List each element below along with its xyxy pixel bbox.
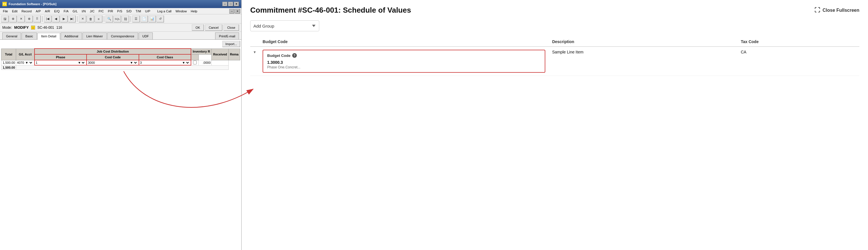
toolbar-nav-last[interactable]: ▶| [68, 15, 75, 23]
window-close-button[interactable]: ✕ [234, 2, 239, 6]
menu-log-call[interactable]: Log a Call [156, 9, 174, 13]
menu-pr[interactable]: P/R [106, 9, 115, 13]
mode-bar: Mode: MODIFY 🔒 SC-46-001 116 OK Cancel C… [0, 24, 241, 32]
tab-additional[interactable]: Additional [61, 33, 82, 39]
toolbar-list[interactable]: ≡ [95, 15, 102, 23]
close-fullscreen-button[interactable]: ⛶ Close Fullscreen [814, 7, 859, 13]
menu-file[interactable]: File [1, 9, 10, 13]
col-jcd-group: Job Cost Distribution [34, 48, 191, 54]
col-tax-code: Tax Code [737, 37, 859, 46]
menu-window[interactable]: Window [174, 9, 188, 13]
menu-sd[interactable]: S/D [125, 9, 133, 13]
tab-print-email[interactable]: Print/E-mail [215, 33, 239, 39]
phase-input[interactable] [36, 61, 76, 64]
phase-dropdown[interactable]: ▼ [76, 61, 86, 65]
col-received: Received [212, 48, 229, 60]
col-description: Description [549, 37, 737, 46]
right-panel: Commitment #SC-46-001: Schedule of Value… [242, 0, 868, 250]
cost-code-dropdown[interactable]: ▼ [129, 61, 138, 65]
menu-in[interactable]: I/N [80, 9, 87, 13]
toolbar-nav-first[interactable]: |◀ [44, 15, 52, 23]
menu-close[interactable]: ✕ [235, 9, 240, 13]
close-button[interactable]: Close [223, 25, 239, 31]
add-group-select[interactable]: Add Group [250, 21, 319, 31]
fullscreen-icon: ⛶ [814, 7, 820, 13]
toolbar-sep-1 [42, 16, 42, 22]
title-bar-controls: ─ □ ✕ [222, 2, 239, 6]
cancel-button[interactable]: Cancel [205, 25, 222, 31]
menu-edit[interactable]: Edit [10, 9, 19, 13]
col-budget-code: Budget Code [259, 37, 549, 46]
toolbar-trash[interactable]: 🗑 [87, 15, 94, 23]
tab-bar: General Basic Item Detail Additional Lie… [0, 32, 241, 40]
toolbar-list2[interactable]: ☰ [132, 15, 140, 23]
toolbar-btn-4[interactable]: ⊕ [25, 15, 33, 23]
toolbar-btn-2[interactable]: ⊕ [9, 15, 17, 23]
chevron-cell: ▾ [250, 46, 259, 76]
left-panel: FS Foundation Software - [PO/Sub] ─ □ ✕ … [0, 0, 242, 250]
toolbar-btn-5[interactable]: ⠿ [33, 15, 41, 23]
title-bar: FS Foundation Software - [PO/Sub] ─ □ ✕ [0, 0, 241, 8]
menu-eq[interactable]: E/Q [52, 9, 61, 13]
sov-description: Sample Line Item [552, 50, 584, 54]
toolbar-chart[interactable]: 📊 [148, 15, 156, 23]
minimize-button[interactable]: ─ [222, 2, 227, 6]
toolbar-doc[interactable]: 📄 [141, 15, 148, 23]
inventory-checkbox[interactable] [193, 61, 197, 64]
cell-gl-acct: 4070 ▼ [16, 60, 35, 65]
col-phase: Phase [34, 54, 87, 60]
toolbar-btn-1[interactable]: 🖫 [1, 15, 9, 23]
total-row: 1,500.00 [1, 65, 240, 70]
cost-class-dropdown[interactable]: ▼ [181, 61, 190, 65]
sov-table: Budget Code Description Tax Code ▾ Budge… [250, 37, 859, 76]
menu-jc[interactable]: J/C [88, 9, 96, 13]
toolbar-sql[interactable]: SQL [114, 15, 121, 23]
tab-general[interactable]: General [2, 33, 21, 39]
toolbar-search[interactable]: 🔍 [105, 15, 113, 23]
toolbar-btn-3[interactable]: ✕ [17, 15, 25, 23]
toolbar-delete[interactable]: ✕ [79, 15, 86, 23]
menu-minimize[interactable]: ─ [229, 9, 235, 13]
toolbar-nav-next[interactable]: ▶ [60, 15, 68, 23]
tab-udf[interactable]: UDF [138, 33, 153, 39]
tab-item-detail[interactable]: Item Detail [37, 33, 60, 40]
budget-code-sub: Phase One.Concret... [267, 65, 541, 69]
cost-code-input[interactable] [88, 61, 129, 64]
help-icon[interactable]: ? [292, 53, 297, 58]
menu-up[interactable]: U/P [143, 9, 152, 13]
cell-cost-code: ▼ [87, 60, 138, 65]
menu-gl[interactable]: G/L [71, 9, 80, 13]
import-button[interactable]: Import... [222, 41, 240, 47]
tab-basic[interactable]: Basic [22, 33, 37, 39]
col-inventory-r: Inventory R [191, 48, 212, 54]
cost-class-input[interactable] [140, 61, 181, 64]
tab-correspondence[interactable]: Correspondence [107, 33, 138, 39]
total-cell: 1,500.00 [1, 65, 16, 70]
mode-number: 116 [56, 26, 62, 30]
page-title: Commitment #SC-46-001: Schedule of Value… [250, 6, 411, 15]
toolbar-nav-prev[interactable]: ◀ [52, 15, 60, 23]
cell-chk [191, 60, 199, 65]
budget-code-value: 1.3000.3 [267, 60, 541, 65]
menu-tm[interactable]: T/M [134, 9, 143, 13]
menu-pc[interactable]: P/C [97, 9, 105, 13]
sov-row: ▾ Budget Code ? 1.3000.3 Phase One.Concr… [250, 46, 859, 76]
menu-ps[interactable]: P/S [115, 9, 124, 13]
toolbar-link[interactable]: ⛓ [122, 15, 129, 23]
maximize-button[interactable]: □ [228, 2, 233, 6]
ok-button[interactable]: OK [192, 25, 204, 31]
toolbar-refresh[interactable]: ↺ [156, 15, 164, 23]
total-empty [16, 65, 229, 70]
mode-value: MODIFY [14, 25, 29, 30]
menu-record[interactable]: Record [20, 9, 33, 13]
tab-lien-waiver[interactable]: Lien Waiver [83, 33, 107, 39]
close-fullscreen-label: Close Fullscreen [823, 8, 859, 13]
menu-ar[interactable]: A/R [43, 9, 52, 13]
menu-ap[interactable]: A/P [34, 9, 42, 13]
toolbar: 🖫 ⊕ ✕ ⊕ ⠿ |◀ ◀ ▶ ▶| ✕ 🗑 ≡ 🔍 SQL ⛓ ☰ 📄 📊 … [0, 14, 241, 24]
col-gl-acct: G/L Acct [16, 48, 35, 60]
col-total: Total [1, 48, 16, 60]
menu-help[interactable]: Help [189, 9, 199, 13]
menu-fa[interactable]: F/A [62, 9, 70, 13]
gl-acct-dropdown[interactable]: ▼ [24, 61, 33, 65]
